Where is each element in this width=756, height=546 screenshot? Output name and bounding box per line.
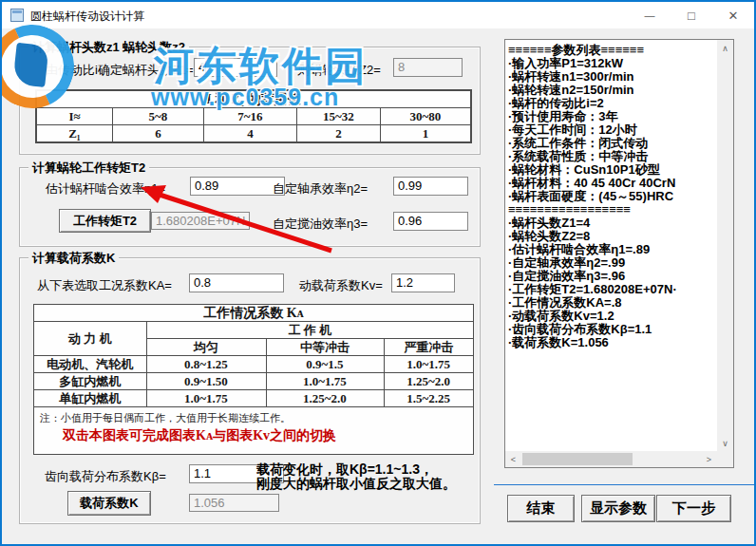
eta2-value: 0.99 — [398, 179, 422, 193]
col-header: 中等冲击 — [266, 339, 384, 356]
table-cell: 0.9~1.50 — [146, 373, 266, 390]
param-line: ·系统工作条件：闭式传动 — [508, 137, 716, 150]
table-cell: 1.25~2.0 — [266, 390, 384, 407]
table-cell: 1.0~1.75 — [266, 373, 384, 390]
scroll-left-icon[interactable]: < — [505, 451, 521, 467]
param-line: ·蜗轮转速n2=150r/min — [508, 84, 716, 97]
close-icon: ✕ — [728, 9, 739, 23]
kb-value: 1.1 — [194, 466, 211, 480]
z2-value: 8 — [398, 60, 405, 74]
vertical-scrollbar[interactable]: ∧ ∨ — [717, 40, 733, 451]
table-cell: I≈ — [37, 108, 113, 125]
table-cell: 1.0~1.75 — [146, 390, 266, 407]
end-button[interactable]: 结束 — [507, 495, 575, 522]
show-params-button[interactable]: 显示参数 — [581, 495, 655, 522]
maximize-button[interactable]: □ — [671, 2, 712, 28]
param-line: ≡≡≡≡≡≡≡≡≡≡≡≡≡≡≡≡≡ — [508, 203, 716, 217]
app-icon — [10, 9, 24, 22]
param-line: ·输入功率P1=312kW — [508, 57, 716, 70]
ka-label: 从下表选取工况系数KA= — [37, 277, 172, 294]
title-bar: 圆柱蜗杆传动设计计算 — □ ✕ — [2, 2, 754, 28]
double-click-hint: 双击本图表可完成图表Kᴀ与图表Kᴠ之间的切换 — [34, 425, 473, 444]
ka-value: 0.8 — [194, 275, 211, 290]
kb-note-line1: 载荷变化时，取Kβ=1.1~1.3， — [256, 462, 433, 477]
kb-label: 齿向载荷分布系数Kβ= — [45, 468, 166, 485]
eta1-input[interactable]: 0.89 — [190, 177, 285, 196]
minimize-button[interactable]: — — [629, 2, 671, 28]
table-cell: 1 — [381, 125, 471, 142]
param-line: ·蜗杆头数Z1=4 — [508, 217, 716, 230]
work-machine-header: 工 作 机 — [146, 322, 473, 339]
kv-label: 动载荷系数Kv= — [299, 277, 383, 294]
z2-output: 8 — [393, 58, 463, 77]
col-header: 均匀 — [146, 339, 266, 356]
next-step-button[interactable]: 下一步 — [656, 495, 731, 522]
param-line: ·蜗轮材料：CuSn10P1砂型 — [508, 163, 716, 177]
table-cell: 1.0~1.75 — [384, 356, 473, 373]
window-title: 圆柱蜗杆传动设计计算 — [30, 9, 144, 25]
horizontal-scroll-thumb[interactable] — [522, 453, 633, 465]
col-header: 严重冲击 — [384, 339, 473, 356]
param-line: ·估计蜗杆啮合效率η1=.89 — [508, 243, 716, 256]
kv-input[interactable]: 1.2 — [391, 273, 455, 292]
table-cell: 1.25~2.0 — [384, 373, 473, 390]
eta3-value: 0.96 — [398, 214, 422, 228]
ka-table: 工作情况系数 Kᴀ 动 力 机 工 作 机 均匀 中等冲击 严重冲击 电动机、汽… — [34, 305, 473, 407]
k-output: 1.056 — [189, 494, 279, 512]
eta3-input[interactable]: 0.96 — [393, 212, 468, 231]
torque-output: 1.680208E+07N — [151, 212, 250, 230]
kv-value: 1.2 — [396, 275, 413, 290]
param-line: ·蜗杆的传动比i=2 — [508, 97, 716, 110]
param-line: ·工作情况系数KA=.8 — [508, 296, 716, 310]
work-condition-chart[interactable]: 工作情况系数 Kᴀ 动 力 机 工 作 机 均匀 中等冲击 严重冲击 电动机、汽… — [33, 304, 474, 455]
table-cell: 0.9~1.5 — [266, 356, 384, 373]
scrollbar-corner — [717, 451, 733, 467]
horizontal-scrollbar[interactable]: < > — [505, 451, 717, 467]
parameter-list-text: ≡≡≡≡≡≡参数列表≡≡≡≡≡≡·输入功率P1=312kW·蜗杆转速n1=300… — [508, 44, 716, 452]
group-torque-title: 计算蜗轮工作转矩T2 — [28, 160, 149, 177]
param-line: ·每天工作时间：12小时 — [508, 123, 716, 137]
table-cell: 2 — [297, 125, 381, 142]
app-window: 圆柱蜗杆传动设计计算 — □ ✕ 计算蜗杆头数z1 蜗轮头数z2 由传动比i确定… — [0, 0, 756, 546]
param-line: ·预计使用寿命：3年 — [508, 110, 716, 123]
table-cell: 30~80 — [381, 108, 471, 125]
power-machine-header: 动 力 机 — [34, 322, 146, 356]
kb-note-line2: 刚度大的蜗杆取小值反之取大值。 — [256, 477, 456, 491]
eta3-label: 自定搅油效率η3= — [273, 216, 368, 233]
ka-input[interactable]: 0.8 — [189, 273, 284, 292]
table-cell: 4 — [204, 125, 297, 142]
param-line: ·工作转矩T2=1.680208E+07N· — [508, 283, 716, 296]
eta2-label: 自定轴承效率η2= — [273, 180, 368, 198]
close-button[interactable]: ✕ — [712, 2, 754, 28]
param-line: ·系统载荷性质：中等冲击 — [508, 150, 716, 163]
param-line: ·蜗杆材料：40 45 40Cr 40CrN — [508, 177, 716, 190]
row-header: 电动机、汽轮机 — [34, 356, 146, 373]
param-line: ·蜗杆转速n1=300r/min — [508, 70, 716, 84]
param-line: ·载荷系数K=1.056 — [508, 336, 716, 349]
param-line: ·自定搅油效率η3=.96 — [508, 270, 716, 283]
scroll-down-icon[interactable]: ∨ — [717, 435, 733, 451]
minimize-icon: — — [645, 9, 655, 21]
eta1-label: 估计蜗杆啮合效率η1= — [46, 180, 165, 198]
group-load-factor-title: 计算载荷系数K — [28, 250, 119, 267]
watermark-site-url: www.pc0359.cn — [151, 84, 339, 111]
scroll-up-icon[interactable]: ∧ — [717, 40, 733, 56]
ka-table-note: 注：小值用于每日偶而工作，大值用于长期连续工作。 — [34, 407, 473, 425]
torque-t2-button[interactable]: 工作转矩T2 — [59, 209, 151, 233]
param-line: ·自定轴承效率η2=.99 — [508, 256, 716, 270]
param-line: ·蜗轮头数Z2=8 — [508, 230, 716, 243]
parameter-list[interactable]: ≡≡≡≡≡≡参数列表≡≡≡≡≡≡·输入功率P1=312kW·蜗杆转速n1=300… — [504, 39, 734, 468]
param-line: ·蜗杆表面硬度：(45～55)HRC — [508, 190, 716, 203]
scroll-right-icon[interactable]: > — [701, 451, 717, 467]
load-factor-k-button[interactable]: 载荷系数K — [67, 491, 151, 516]
eta2-input[interactable]: 0.99 — [393, 177, 468, 196]
table-cell: 6 — [113, 125, 204, 142]
row-header: 单缸内燃机 — [34, 390, 146, 407]
param-line: ·动载荷系数Kv=1.2 — [508, 310, 716, 323]
table-cell: Z₁ — [37, 125, 113, 142]
eta1-value: 0.89 — [195, 179, 218, 193]
ka-table-title: 工作情况系数 Kᴀ — [34, 305, 473, 322]
maximize-icon: □ — [688, 9, 695, 23]
row-header: 多缸内燃机 — [34, 373, 146, 390]
divider-line — [494, 484, 754, 485]
